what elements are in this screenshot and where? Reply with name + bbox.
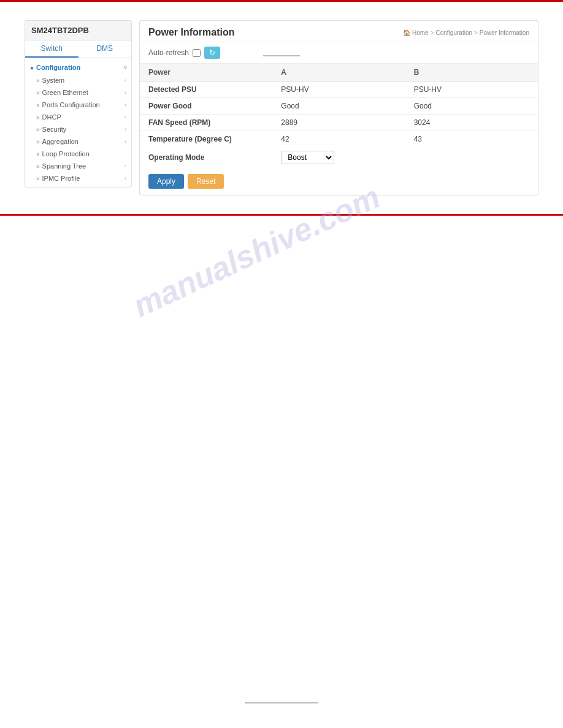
table-row: Power Good Good Good <box>140 98 538 115</box>
col-header-b: B <box>405 64 538 82</box>
breadcrumb-configuration: Configuration <box>436 29 472 36</box>
nav-ports-configuration[interactable]: Ports Configuration ‹ <box>25 99 131 111</box>
row-b-3: 43 <box>405 131 538 148</box>
top-red-line <box>0 0 563 2</box>
brand-label: SM24TBT2DPB <box>25 21 131 40</box>
row-label-2: FAN Speed (RPM) <box>140 115 272 131</box>
row-b-1: Good <box>405 98 538 115</box>
nav-spanning-tree[interactable]: Spanning Tree ‹ <box>25 160 131 172</box>
row-label-0: Detected PSU <box>140 82 272 98</box>
sidebar-tabs: Switch DMS <box>25 40 131 58</box>
refresh-button[interactable]: ↻ <box>204 47 220 59</box>
operating-mode-b-cell <box>405 147 538 168</box>
toolbar: Auto-refresh ↻ <box>140 42 538 64</box>
ports-config-expand-icon: ‹ <box>124 102 126 108</box>
green-ethernet-expand-icon: ‹ <box>124 89 126 96</box>
nav-ports-config-label: Ports Configuration <box>42 101 100 108</box>
apply-button[interactable]: Apply <box>148 174 184 189</box>
row-label-3: Temperature (Degree C) <box>140 131 272 148</box>
col-header-power: Power <box>140 64 272 82</box>
table-row: Detected PSU PSU-HV PSU-HV <box>140 82 538 98</box>
top-short-line <box>263 55 300 56</box>
row-a-0: PSU-HV <box>272 82 405 98</box>
breadcrumb-home: Home <box>412 29 429 36</box>
nav-dhcp-label: DHCP <box>42 113 61 121</box>
info-table: Power A B Detected PSU PSU-HV PSU-HV Pow… <box>140 64 538 168</box>
operating-mode-select[interactable]: BoostNormalEco <box>281 151 334 164</box>
nav-dhcp[interactable]: DHCP ‹ <box>25 111 131 123</box>
table-row: FAN Speed (RPM) 2889 3024 <box>140 115 538 131</box>
nav-green-ethernet[interactable]: Green Ethernet ‹ <box>25 86 131 99</box>
footer-buttons: Apply Reset <box>140 168 538 195</box>
nav-system[interactable]: System ‹ <box>25 74 131 86</box>
nav-configuration-label: Configuration <box>36 64 80 71</box>
breadcrumb-sep2: > <box>474 29 478 36</box>
spanning-tree-expand-icon: ‹ <box>124 163 126 169</box>
nav-security[interactable]: Security ‹ <box>25 123 131 135</box>
watermark: manualshive.com <box>128 178 386 325</box>
aggregation-expand-icon: ‹ <box>124 138 126 145</box>
sidebar-nav: ● Configuration ∨ System ‹ Green Etherne… <box>25 58 131 187</box>
row-label-1: Power Good <box>140 98 272 115</box>
nav-loop-protection[interactable]: Loop Protection <box>25 148 131 160</box>
nav-spanning-tree-label: Spanning Tree <box>42 162 86 170</box>
table-row: Temperature (Degree C) 42 43 <box>140 131 538 148</box>
system-expand-icon: ‹ <box>124 77 126 83</box>
nav-system-label: System <box>42 77 65 84</box>
nav-loop-protection-label: Loop Protection <box>42 150 90 157</box>
tab-dms[interactable]: DMS <box>79 40 132 58</box>
row-a-2: 2889 <box>272 115 405 131</box>
sidebar: SM24TBT2DPB Switch DMS ● Configuration ∨… <box>25 20 132 188</box>
nav-green-ethernet-label: Green Ethernet <box>42 89 88 96</box>
config-expand-icon: ∨ <box>123 64 128 70</box>
bottom-short-line <box>245 702 318 703</box>
nav-ipmc-profile-label: IPMC Profile <box>42 175 80 182</box>
breadcrumb-sep1: > <box>431 29 434 36</box>
nav-aggregation[interactable]: Aggregation ‹ <box>25 135 131 148</box>
col-header-a: A <box>272 64 405 82</box>
table-row-operating-mode: Operating Mode BoostNormalEco <box>140 147 538 168</box>
security-expand-icon: ‹ <box>124 126 126 132</box>
ipmc-profile-expand-icon: ‹ <box>124 175 126 181</box>
row-a-3: 42 <box>272 131 405 148</box>
main-header: Power Information 🏠 Home > Configuration… <box>140 21 538 42</box>
nav-ipmc-profile[interactable]: IPMC Profile ‹ <box>25 172 131 184</box>
main-content: Power Information 🏠 Home > Configuration… <box>139 20 538 195</box>
auto-refresh-label: Auto-refresh <box>148 48 189 57</box>
tab-switch[interactable]: Switch <box>25 40 79 58</box>
page-title: Power Information <box>148 27 234 38</box>
config-icon: ● <box>30 64 34 71</box>
nav-security-label: Security <box>42 126 67 133</box>
operating-mode-label: Operating Mode <box>140 147 272 168</box>
row-b-0: PSU-HV <box>405 82 538 98</box>
dhcp-expand-icon: ‹ <box>124 114 126 120</box>
nav-configuration[interactable]: ● Configuration ∨ <box>25 61 131 74</box>
nav-aggregation-label: Aggregation <box>42 138 79 145</box>
row-a-1: Good <box>272 98 405 115</box>
reset-button[interactable]: Reset <box>188 174 224 189</box>
auto-refresh-checkbox[interactable] <box>193 49 201 57</box>
row-b-2: 3024 <box>405 115 538 131</box>
breadcrumb: 🏠 Home > Configuration > Power Informati… <box>403 29 529 36</box>
breadcrumb-current: Power Information <box>480 29 529 36</box>
bottom-red-line <box>0 214 563 216</box>
breadcrumb-home-icon: 🏠 <box>403 29 410 36</box>
operating-mode-select-cell: BoostNormalEco <box>272 147 405 168</box>
